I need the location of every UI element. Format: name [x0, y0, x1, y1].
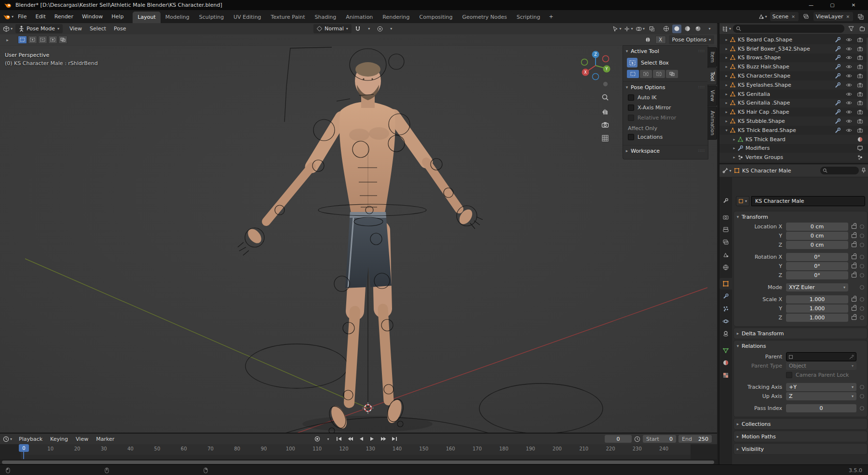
lock-icon[interactable] — [852, 243, 856, 247]
auto-ik-checkbox[interactable] — [628, 94, 634, 101]
transform-mode-field[interactable]: XYZ Euler▾ — [786, 283, 848, 291]
sidebar-tab-animation[interactable]: Animation — [707, 106, 717, 140]
viewlayer-remove-icon[interactable]: ✕ — [845, 14, 851, 19]
jump-to-start-button[interactable] — [334, 435, 344, 443]
expand-arrow-icon[interactable]: ▸ — [723, 47, 730, 51]
decorator-icon[interactable] — [860, 297, 864, 302]
gizmo-y-neg-axis[interactable] — [582, 59, 588, 66]
select-mode-intersect-button[interactable] — [58, 36, 68, 44]
mode-selector[interactable]: Pose Mode ▾ — [15, 24, 63, 33]
decorator-icon[interactable] — [860, 224, 864, 229]
jump-to-end-button[interactable] — [390, 435, 399, 443]
add-workspace-button[interactable]: + — [545, 12, 557, 22]
perspective-toggle-icon[interactable] — [602, 81, 609, 87]
timeline-ruler[interactable]: 0102030405060708090100110120130140150160… — [0, 444, 717, 455]
relative-mirror-checkbox[interactable] — [628, 115, 634, 121]
viewport-menu-pose[interactable]: Pose — [110, 24, 130, 33]
navigation-gizmo[interactable]: Z X Y — [579, 48, 612, 82]
properties-tab-particles[interactable] — [719, 303, 732, 315]
maximize-button[interactable]: ▢ — [822, 0, 843, 10]
workspace-tab-animation[interactable]: Animation — [341, 12, 378, 23]
sidebar-tab-view[interactable]: View — [707, 86, 717, 106]
decorator-icon[interactable] — [860, 285, 864, 290]
decorator-icon[interactable] — [860, 273, 864, 277]
workspace-panel-header[interactable]: ▸ Workspace ∷∷ — [623, 145, 708, 156]
menu-help[interactable]: Help — [107, 12, 128, 22]
preview-range-icon[interactable] — [634, 436, 640, 442]
menu-file[interactable]: File — [14, 12, 31, 22]
parent-type-dropdown[interactable]: Object ▾ — [786, 362, 856, 370]
camera-parent-lock-checkbox[interactable] — [786, 372, 792, 378]
expand-arrow-icon[interactable]: ▸ — [723, 119, 730, 123]
proportional-edit-dropdown[interactable]: ▾ — [387, 25, 396, 33]
expand-arrow-icon[interactable]: ▸ — [731, 137, 737, 142]
expand-arrow-icon[interactable]: ▸ — [723, 55, 730, 60]
expand-arrow-icon[interactable]: ▸ — [723, 74, 730, 78]
hide-eye-icon[interactable] — [846, 100, 852, 106]
expand-arrow-icon[interactable]: ▸ — [723, 101, 730, 105]
properties-tab-world[interactable] — [719, 262, 732, 273]
hide-eye-icon[interactable] — [846, 118, 852, 124]
workspace-tab-sculpting[interactable]: Sculpting — [194, 12, 229, 23]
viewport-menu-view[interactable]: View — [66, 24, 86, 33]
outliner-row-ks-buzz-hair-shape[interactable]: ▸KS Buzz Hair.Shape — [719, 62, 868, 71]
timeline-scrollbar-handle[interactable] — [2, 461, 714, 464]
auto-keying-toggle[interactable] — [312, 435, 322, 443]
outliner-editor-type-button[interactable]: ▾ — [722, 25, 731, 33]
properties-tab-texture[interactable] — [719, 369, 732, 381]
3d-scene-canvas[interactable] — [0, 23, 717, 433]
outliner-row-ks-beard-cap-shape[interactable]: ▸KS Beard Cap.Shape — [719, 35, 868, 44]
close-button[interactable]: ✕ — [843, 0, 864, 10]
snap-toggle[interactable] — [353, 25, 363, 33]
properties-tab-tool[interactable] — [719, 195, 732, 207]
object-visibility-dropdown[interactable]: ▾ — [612, 25, 622, 33]
workspace-tab-texture-paint[interactable]: Texture Paint — [266, 12, 310, 23]
parent-field[interactable] — [786, 352, 856, 361]
npanel-mode-extend-button[interactable] — [640, 70, 652, 78]
viewport-menu-select[interactable]: Select — [86, 24, 110, 33]
disable-render-camera-icon[interactable] — [857, 109, 863, 115]
disable-render-camera-icon[interactable] — [857, 54, 863, 61]
select-mode-subtract-button[interactable] — [38, 36, 47, 44]
scene-browse-button[interactable]: ▾ — [758, 13, 767, 21]
select-mode-new-button[interactable] — [18, 36, 27, 44]
hide-eye-icon[interactable] — [846, 82, 852, 88]
delta-transform-panel-header[interactable]: ▸ Delta Transform — [734, 328, 867, 339]
workspace-tab-modeling[interactable]: Modeling — [161, 12, 194, 23]
workspace-tab-layout[interactable]: Layout — [133, 12, 160, 23]
mirror-x-toggle[interactable]: X — [655, 36, 666, 44]
transform-scale-x-field[interactable]: 1.000 — [786, 295, 848, 303]
transform-orientation-selector[interactable]: Normal ▾ — [313, 24, 352, 33]
shading-rendered-button[interactable] — [693, 25, 703, 33]
pose-toggle-x-axis-mirror[interactable]: X-Axis Mirror — [623, 103, 708, 113]
eyedropper-icon[interactable] — [849, 355, 854, 359]
menu-edit[interactable]: Edit — [31, 12, 50, 22]
hide-eye-icon[interactable] — [846, 37, 852, 43]
transform-z-field[interactable]: 0 cm — [786, 241, 848, 249]
expand-arrow-icon[interactable]: ▸ — [731, 155, 737, 159]
scene-selector[interactable]: Scene ✕ — [770, 12, 799, 21]
disable-render-camera-icon[interactable] — [857, 46, 863, 52]
object-browse-button[interactable]: ▾ — [736, 196, 749, 206]
scene-unlink-icon[interactable]: ✕ — [790, 14, 796, 19]
pose-mirror-icon[interactable] — [643, 36, 652, 44]
shading-material-button[interactable] — [683, 25, 692, 33]
properties-tab-material[interactable] — [719, 357, 732, 369]
grid-view-icon[interactable] — [601, 134, 609, 142]
outliner-row-ks-hair-cap-shape[interactable]: ▸KS Hair Cap .Shape — [719, 107, 868, 117]
shading-dropdown[interactable]: ▾ — [705, 25, 714, 33]
hide-eye-icon[interactable] — [846, 91, 852, 97]
locations-toggle-row[interactable]: Locations — [623, 132, 708, 142]
properties-tab-output[interactable] — [719, 224, 732, 236]
properties-editor-type-button[interactable]: ▾ — [722, 166, 732, 175]
transform-y-field[interactable]: 0 cm — [786, 232, 848, 240]
expand-arrow-icon[interactable]: ▸ — [723, 38, 730, 42]
current-frame-field[interactable]: 0 — [605, 435, 632, 443]
playhead[interactable]: 0 — [19, 444, 29, 452]
disable-render-camera-icon[interactable] — [857, 118, 863, 124]
npanel-mode-subtract-button[interactable] — [653, 70, 665, 78]
outliner-search-input[interactable] — [733, 25, 844, 33]
decorator-icon[interactable] — [860, 316, 864, 320]
transform-rotation-x-field[interactable]: 0° — [786, 253, 848, 261]
active-tool-row[interactable]: Select Box — [623, 56, 708, 69]
